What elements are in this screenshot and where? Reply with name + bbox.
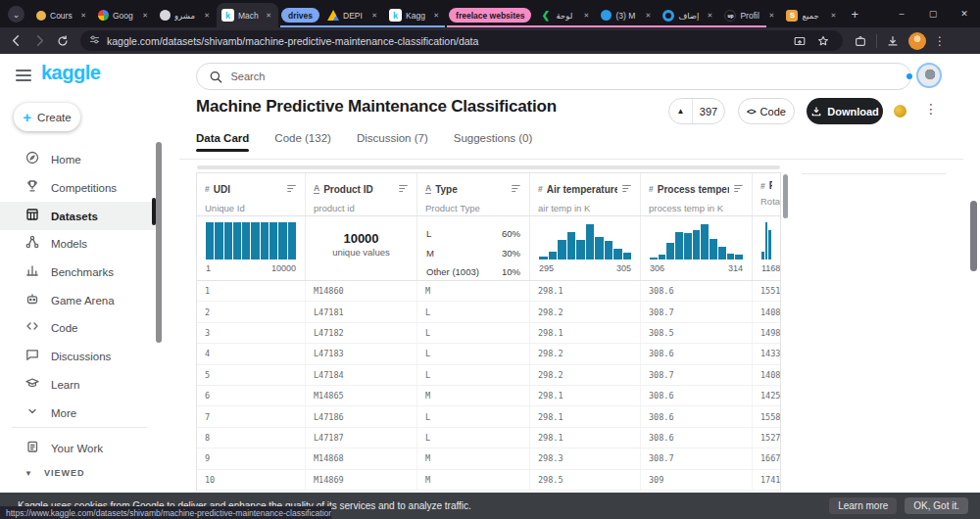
google-icon — [98, 10, 109, 21]
more-options-icon[interactable]: ⋮ — [924, 101, 938, 117]
tab-group-label[interactable]: drives — [281, 8, 319, 23]
tab-group-label[interactable]: freelace websites — [449, 8, 531, 23]
window-controls: – ▢ ✕ — [886, 0, 980, 27]
upvote-caret-icon[interactable]: ▲ — [669, 99, 693, 123]
tab-close-icon[interactable]: ✕ — [829, 11, 839, 21]
browser-tab[interactable]: Goog✕ — [93, 3, 155, 27]
tab-close-icon[interactable]: ✕ — [264, 11, 273, 21]
table-horizontal-scrollbar[interactable] — [197, 165, 780, 169]
tab-close-icon[interactable]: ✕ — [582, 11, 592, 21]
ok-got-it-button[interactable]: OK, Got it. — [905, 497, 968, 514]
bookmark-star-icon[interactable] — [811, 29, 835, 53]
sidebar-item-home[interactable]: Home — [0, 146, 157, 174]
sidebar-item-benchmarks[interactable]: Benchmarks — [0, 259, 157, 287]
column-subtitle: process temp in K — [649, 203, 744, 213]
hamburger-menu-icon[interactable] — [16, 70, 31, 81]
tab-discussion-7-[interactable]: Discussion (7) — [357, 132, 428, 152]
column-summary: L60%M30%Other (1003)10% — [417, 216, 530, 280]
kaggle-logo[interactable]: kaggle — [41, 62, 100, 84]
tab-suggestions-0-[interactable]: Suggestions (0) — [454, 132, 533, 152]
browser-tab[interactable]: DEPI✕ — [322, 3, 384, 27]
sort-icon[interactable] — [511, 180, 521, 198]
sidebar-item-code[interactable]: Code — [0, 314, 157, 343]
sort-icon[interactable] — [621, 180, 632, 198]
reload-icon[interactable] — [51, 29, 74, 53]
tab-close-icon[interactable]: ✕ — [644, 11, 654, 21]
tab-close-icon[interactable]: ✕ — [140, 11, 150, 21]
sidebar-item-competitions[interactable]: Competitions — [0, 174, 157, 203]
column-header[interactable]: #UDIUnique Id — [197, 173, 306, 215]
histogram-bar — [613, 249, 622, 260]
downloads-icon[interactable] — [881, 29, 905, 53]
upvote-button[interactable]: ▲ 397 — [668, 98, 725, 124]
tab-close-icon[interactable]: ✕ — [78, 11, 88, 21]
browser-tab[interactable]: Sجميع✕ — [781, 3, 843, 27]
browser-tab[interactable]: upProfil✕ — [719, 3, 781, 27]
table-cell: M14865 — [306, 386, 417, 405]
address-bar[interactable]: kaggle.com/datasets/shivamb/machine-pred… — [80, 30, 843, 51]
table-cell: 298.2 — [530, 302, 641, 321]
tab-close-icon[interactable]: ✕ — [706, 11, 715, 21]
user-avatar[interactable] — [916, 63, 942, 88]
tab-close-icon[interactable]: ✕ — [767, 11, 777, 21]
column-header[interactable]: #Air temperature [K]air temp in K — [530, 173, 641, 215]
category-percent: 10% — [502, 266, 520, 277]
sidebar-item-your-work-row[interactable]: Your Work — [0, 435, 157, 463]
forward-icon[interactable] — [27, 29, 51, 53]
unique-count: 10000 — [315, 231, 408, 246]
minimize-button[interactable]: – — [886, 9, 917, 19]
page-scrollbar[interactable] — [970, 201, 977, 271]
restore-button[interactable]: ▢ — [917, 9, 949, 19]
column-header[interactable]: #RotRotati — [753, 173, 780, 215]
browser-tab[interactable]: إضاف✕ — [658, 3, 719, 27]
browser-profile-avatar[interactable] — [908, 32, 926, 50]
sidebar-item-discussions[interactable]: Discussions — [0, 343, 157, 371]
sort-icon[interactable] — [733, 180, 744, 198]
column-header[interactable]: #Process temperat...process temp in K — [641, 173, 753, 215]
back-icon[interactable] — [4, 29, 27, 53]
site-info-icon[interactable] — [88, 32, 101, 50]
tab-data-card[interactable]: Data Card — [196, 132, 249, 152]
search-bar[interactable] — [196, 63, 911, 90]
tab-close-icon[interactable]: ✕ — [369, 11, 379, 21]
tab-close-icon[interactable]: ✕ — [431, 11, 441, 21]
column-header[interactable]: ATypeProduct Type — [417, 173, 530, 215]
extensions-puzzle-icon[interactable] — [849, 29, 872, 53]
search-input[interactable] — [231, 71, 899, 82]
sidebar-section-viewed[interactable]: ▼ VIEWED — [24, 468, 84, 478]
sidebar-item-your-work[interactable]: Your Work — [0, 435, 157, 463]
sidebar-item-more[interactable]: More — [0, 399, 157, 427]
browser-tab[interactable]: Cours✕ — [31, 3, 93, 27]
sort-icon[interactable] — [286, 180, 297, 198]
learn-more-button[interactable]: Learn more — [829, 497, 897, 514]
code-button[interactable]: <> Code — [738, 98, 795, 124]
tab-search-chevron-icon[interactable]: ⌄ — [8, 6, 24, 23]
column-name: Rot — [769, 180, 772, 191]
browser-tab[interactable]: kMach✕ — [217, 3, 278, 27]
download-button[interactable]: Download — [807, 98, 883, 124]
sidebar-item-learn[interactable]: Learn — [0, 371, 157, 400]
browser-tab[interactable]: (3) M✕ — [596, 3, 658, 27]
sidebar-item-datasets[interactable]: Datasets — [0, 202, 157, 230]
tab-title: جميع — [802, 11, 824, 21]
new-tab-button[interactable]: + — [851, 7, 858, 22]
create-button[interactable]: + Create — [14, 103, 80, 131]
table-vertical-scrollbar[interactable] — [783, 174, 788, 218]
sidebar-item-game-arena[interactable]: Game Arena — [0, 286, 157, 314]
browser-tab[interactable]: ❮لوحة✕ — [534, 3, 596, 27]
browser-tab[interactable]: مشرو✕ — [155, 3, 217, 27]
tab-code-132-[interactable]: Code (132) — [274, 132, 331, 152]
table-cell: M14868 — [306, 448, 417, 468]
send-to-device-icon[interactable] — [788, 29, 811, 53]
histogram-bar — [251, 222, 259, 260]
column-header-top: #UDI — [205, 180, 297, 198]
tab-close-icon[interactable]: ✕ — [202, 11, 212, 21]
column-header[interactable]: AProduct IDproduct id — [306, 173, 417, 215]
column-name: Product ID — [323, 184, 394, 195]
close-button[interactable]: ✕ — [949, 9, 980, 19]
sort-icon[interactable] — [398, 180, 409, 198]
browser-menu-icon[interactable]: ⋮ — [930, 34, 950, 48]
browser-tab[interactable]: kKagg✕ — [384, 3, 446, 27]
table-row: 2L47181L298.2308.71408 — [197, 302, 780, 322]
sidebar-item-models[interactable]: Models — [0, 230, 157, 259]
